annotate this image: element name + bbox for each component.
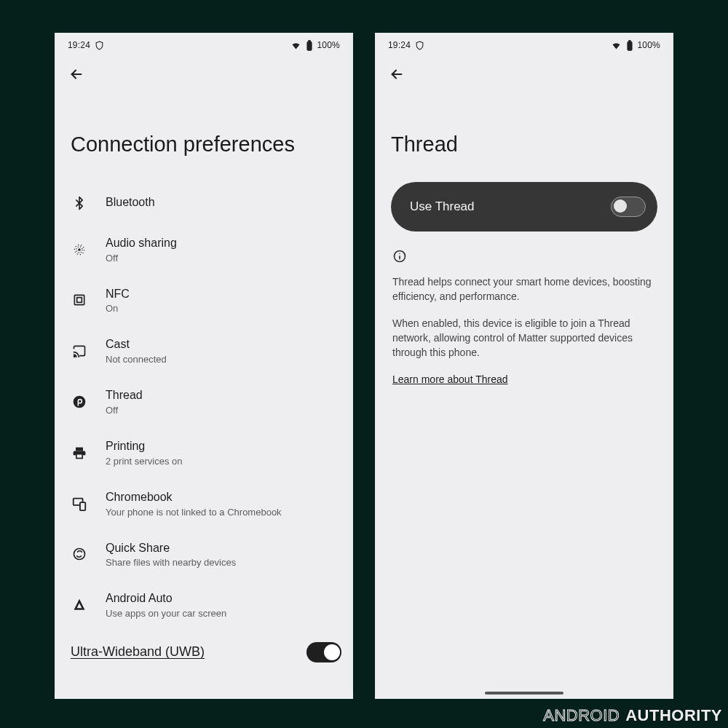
- status-time: 19:24: [68, 40, 90, 50]
- svg-point-12: [74, 549, 85, 560]
- setting-nfc[interactable]: NFC On: [55, 275, 353, 326]
- status-bar: 19:24 100%: [375, 33, 673, 53]
- setting-quick-share[interactable]: Quick Share Share files with nearby devi…: [55, 529, 353, 580]
- svg-rect-5: [74, 296, 84, 305]
- phone-connection-preferences: 19:24 100% Connection preferences: [55, 33, 353, 699]
- setting-label: Printing: [106, 439, 336, 454]
- nfc-icon: [71, 291, 88, 309]
- setting-chromebook[interactable]: Chromebook Your phone is not linked to a…: [55, 478, 353, 529]
- back-button[interactable]: [65, 63, 88, 86]
- status-battery-pct: 100%: [317, 40, 341, 50]
- uwb-toggle[interactable]: [306, 642, 341, 662]
- svg-point-2: [78, 248, 81, 251]
- status-battery-pct: 100%: [638, 40, 661, 50]
- setting-sub: Use apps on your car screen: [106, 608, 336, 619]
- wifi-icon: [611, 40, 622, 51]
- setting-label: Android Auto: [106, 591, 336, 606]
- setting-label: Thread: [106, 388, 336, 403]
- status-time: 19:24: [388, 40, 411, 50]
- back-button[interactable]: [385, 63, 408, 86]
- page-title: Thread: [375, 88, 673, 182]
- setting-sub: Off: [106, 405, 336, 416]
- printer-icon: [71, 444, 88, 462]
- learn-more-link[interactable]: Learn more about Thread: [392, 373, 508, 385]
- setting-label: Chromebook: [106, 490, 336, 505]
- setting-sub: Share files with nearby devices: [106, 557, 336, 568]
- gesture-bar: [485, 692, 563, 695]
- setting-bluetooth[interactable]: Bluetooth: [55, 182, 353, 224]
- audio-sharing-icon: [71, 241, 88, 258]
- use-thread-label: Use Thread: [410, 199, 475, 214]
- setting-audio-sharing[interactable]: Audio sharing Off: [55, 224, 353, 275]
- setting-label: Cast: [106, 337, 336, 352]
- quick-share-icon: [71, 545, 88, 563]
- cast-icon: [71, 342, 88, 360]
- thread-info: Thread helps connect your smart home dev…: [375, 232, 673, 387]
- svg-point-7: [74, 356, 76, 357]
- thread-icon: [71, 393, 88, 411]
- svg-point-17: [399, 253, 400, 254]
- svg-rect-0: [307, 41, 312, 50]
- setting-sub: Not connected: [106, 354, 336, 365]
- svg-rect-11: [80, 502, 85, 510]
- battery-icon: [626, 40, 633, 51]
- setting-sub: On: [106, 303, 336, 314]
- svg-rect-14: [628, 40, 630, 41]
- thread-info-paragraph: Thread helps connect your smart home dev…: [392, 274, 656, 304]
- setting-label: Quick Share: [106, 541, 336, 556]
- svg-point-8: [74, 396, 86, 408]
- setting-label: Bluetooth: [106, 195, 336, 210]
- wifi-icon: [290, 40, 301, 51]
- android-auto-icon: [71, 596, 88, 614]
- setting-label: Audio sharing: [106, 236, 336, 251]
- svg-rect-13: [628, 41, 632, 50]
- page-title: Connection preferences: [55, 88, 353, 182]
- svg-rect-6: [77, 298, 82, 303]
- svg-rect-1: [308, 40, 309, 41]
- setting-label: NFC: [106, 287, 336, 302]
- thread-info-paragraph: When enabled, this device is eligible to…: [392, 316, 656, 360]
- setting-uwb[interactable]: Ultra-Wideband (UWB): [55, 630, 353, 674]
- settings-list: Bluetooth Audio sharing Off NFC On: [55, 182, 353, 674]
- setting-cast[interactable]: Cast Not connected: [55, 325, 353, 376]
- info-icon: [392, 249, 656, 267]
- setting-printing[interactable]: Printing 2 print services on: [55, 427, 353, 478]
- shield-icon: [95, 41, 104, 50]
- setting-android-auto[interactable]: Android Auto Use apps on your car screen: [55, 579, 353, 630]
- svg-rect-9: [76, 454, 82, 459]
- setting-sub: Your phone is not linked to a Chromebook: [106, 507, 336, 518]
- status-bar: 19:24 100%: [55, 33, 353, 53]
- shield-icon: [415, 41, 424, 50]
- setting-label: Ultra-Wideband (UWB): [71, 644, 306, 660]
- setting-thread[interactable]: Thread Off: [55, 376, 353, 427]
- chromebook-icon: [71, 495, 88, 513]
- use-thread-toggle-row[interactable]: Use Thread: [391, 182, 657, 232]
- setting-sub: 2 print services on: [106, 456, 336, 467]
- bluetooth-icon: [71, 194, 88, 212]
- setting-sub: Off: [106, 253, 336, 264]
- battery-icon: [306, 40, 313, 51]
- use-thread-switch[interactable]: [611, 197, 646, 217]
- phone-thread: 19:24 100% Thread Use Thread: [375, 33, 673, 699]
- watermark: ANDROID AUTHORITY: [543, 706, 722, 725]
